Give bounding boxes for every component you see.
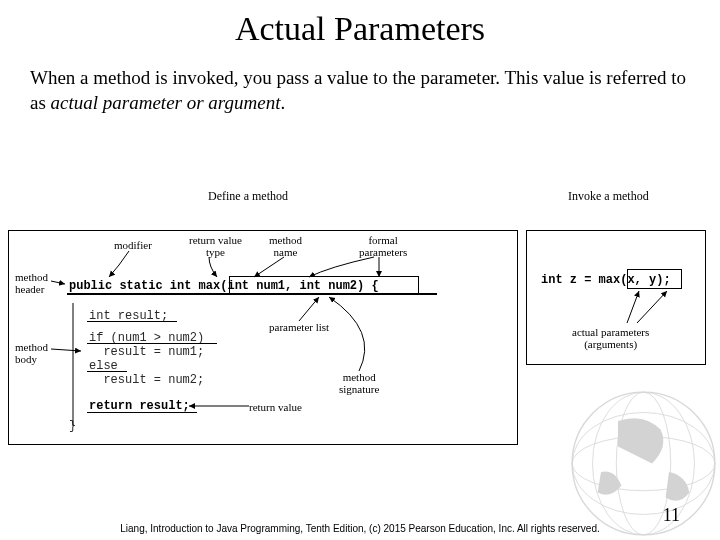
ul3 [87,371,127,372]
invoke-args-box [627,269,682,289]
define-box: modifier return value type method name f… [8,230,518,445]
label-formal-params: formal parameters [359,234,407,258]
label-method-name: method name [269,234,302,258]
body-post: . [281,92,286,113]
body-paragraph: When a method is invoked, you pass a val… [30,66,690,115]
page-number: 11 [663,505,680,526]
invoke-header: Invoke a method [568,190,649,203]
param-box [229,276,419,294]
globe-decoration [550,370,720,540]
label-return-type: return value type [189,234,242,258]
define-header: Define a method [208,190,288,203]
label-method-header: method header [15,271,48,295]
svg-point-0 [572,392,715,535]
ul4 [87,412,197,413]
code-l6: return result; [89,399,190,413]
label-return-val: return value [249,401,302,413]
footer: Liang, Introduction to Java Programming,… [0,523,720,534]
code-l5: result = num2; [89,373,204,387]
label-param-list: parameter list [269,321,329,333]
label-method-sig: method signature [339,371,379,395]
body-italic: actual parameter or argument [51,92,281,113]
label-method-body: method body [15,341,48,365]
label-modifier: modifier [114,239,152,251]
page-title: Actual Parameters [0,10,720,48]
code-l7: } [69,419,76,433]
label-actual-params: actual parameters (arguments) [572,326,649,350]
ul2 [87,343,217,344]
ul1 [87,321,177,322]
left-arrows [9,231,519,446]
invoke-box: int z = max(x, y); actual parameters (ar… [526,230,706,365]
code-l3: result = num1; [89,345,204,359]
